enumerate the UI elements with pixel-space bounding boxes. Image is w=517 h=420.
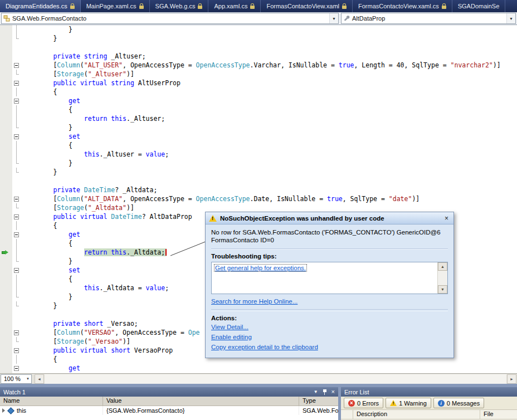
fold-collapse-icon[interactable] — [14, 348, 19, 353]
watch-type: SGA.Web.FormasContacto — [303, 407, 338, 414]
chevron-down-icon[interactable]: ▼ — [506, 13, 515, 23]
code-token: this — [84, 150, 100, 158]
filter-button-message[interactable]: 0 Messages — [433, 398, 484, 408]
horizontal-scrollbar[interactable] — [45, 374, 506, 384]
scroll-right-button[interactable]: ► — [507, 374, 516, 384]
fold-collapse-icon[interactable] — [14, 268, 19, 273]
code-line[interactable]: } — [22, 123, 517, 132]
tab-formascontactoview-xaml-cs[interactable]: FormasContactoView.xaml.cs — [353, 0, 452, 12]
filter-button-error[interactable]: 0 Errors — [344, 398, 383, 408]
code-line[interactable]: [Column("ALT_USER", OpenAccessType = Ope… — [22, 61, 517, 70]
close-icon[interactable]: × — [331, 389, 335, 395]
code-token: _Altuser; — [107, 52, 145, 60]
scroll-up-icon[interactable]: ▲ — [438, 262, 447, 271]
fold-collapse-icon[interactable] — [14, 134, 19, 139]
filter-button-warning[interactable]: 1 Warning — [386, 398, 431, 408]
code-line[interactable]: [Column("ALT_DATA", OpenAccessType = Ope… — [22, 194, 517, 203]
fold-guide — [16, 150, 17, 159]
code-line[interactable]: return this._Altuser; — [22, 114, 517, 123]
code-line[interactable]: get — [22, 96, 517, 105]
scroll-left-button[interactable]: ◄ — [35, 374, 44, 384]
code-line[interactable]: public virtual string AltUserProp — [22, 79, 517, 87]
column-header-description[interactable]: Description — [353, 410, 480, 419]
watch-row[interactable]: this{SGA.Web.FormasContacto}SGA.Web.Form… — [0, 406, 338, 415]
tab-sga-web-g-cs[interactable]: SGA.Web.g.cs — [150, 0, 209, 12]
pin-icon[interactable] — [323, 389, 327, 395]
code-token — [80, 320, 84, 328]
action-link[interactable]: View Detail... — [211, 324, 448, 330]
action-link[interactable]: Enable editing — [211, 334, 448, 340]
code-line[interactable] — [22, 177, 517, 185]
fold-collapse-icon[interactable] — [14, 330, 19, 335]
column-header-file[interactable]: File — [480, 410, 517, 419]
code-line[interactable]: get — [22, 364, 517, 373]
members-dropdown[interactable]: AltDataProp ▼ — [341, 13, 516, 24]
close-icon[interactable]: × — [443, 214, 450, 222]
code-token: Storage — [57, 338, 84, 345]
code-line[interactable]: { — [22, 105, 517, 114]
fold-collapse-icon[interactable] — [14, 366, 19, 371]
code-line[interactable] — [22, 43, 517, 52]
code-text: { — [22, 141, 72, 149]
text-caret — [165, 249, 167, 256]
column-header-name[interactable]: Name — [0, 397, 103, 406]
code-line[interactable]: { — [22, 87, 517, 96]
filter-button-label: 0 Errors — [357, 400, 379, 407]
action-link[interactable]: Copy exception detail to the clipboard — [211, 344, 448, 350]
code-line[interactable]: [Storage("_Altdata")] — [22, 203, 517, 212]
tab-diagramaentidades-cs[interactable]: DiagramaEntidades.cs — [0, 0, 81, 12]
error-list-title-bar[interactable]: Error List — [341, 387, 517, 397]
ide-window: { "tabs": [ {"label": "DiagramaEntidades… — [0, 0, 517, 420]
code-token — [76, 346, 80, 354]
fold-guide — [16, 87, 17, 96]
code-line[interactable]: } — [22, 168, 517, 177]
tab-app-xaml-cs[interactable]: App.xaml.cs — [208, 0, 261, 12]
fold-collapse-icon[interactable] — [14, 214, 19, 219]
tips-scrollbar[interactable]: ▲ ▼ — [437, 262, 447, 294]
search-help-online-link[interactable]: Search for more Help Online... — [211, 298, 297, 305]
exception-message: No row for SGA.Web.FormasContacto ('FORM… — [211, 228, 448, 249]
watch-title-bar[interactable]: Watch 1 ▼ × — [0, 387, 338, 397]
code-line[interactable]: } — [22, 25, 517, 34]
code-line[interactable]: set — [22, 132, 517, 141]
zoom-control[interactable]: 100 % ▼ — [1, 374, 32, 384]
fold-collapse-icon[interactable] — [14, 197, 19, 202]
error-list-title: Error List — [344, 389, 369, 395]
chevron-down-icon[interactable]: ▼ — [329, 13, 338, 23]
code-token: this — [84, 284, 100, 292]
column-header-value[interactable]: Value — [103, 397, 299, 406]
fold-collapse-icon[interactable] — [14, 63, 19, 68]
types-dropdown[interactable]: SGA.Web.FormasContacto ▼ — [1, 13, 339, 24]
code-token — [22, 266, 69, 274]
code-token — [76, 79, 80, 87]
code-token: "ALT_DATA" — [84, 195, 123, 203]
exception-message-line: FormasContacto ID=0 — [211, 236, 448, 244]
code-line[interactable]: } — [22, 159, 517, 168]
code-token: "ALT_USER" — [84, 61, 123, 69]
dialog-title-bar[interactable]: NoSuchObjectException was unhandled by u… — [206, 212, 453, 224]
tab-sgadomainse[interactable]: SGADomainSe — [452, 0, 506, 12]
expander-icon[interactable] — [2, 408, 5, 413]
code-line[interactable]: [Storage("_Altuser")] — [22, 70, 517, 79]
divider — [211, 309, 448, 311]
troubleshooting-tip-link[interactable]: Get general help for exceptions. — [214, 265, 306, 271]
column-header-type[interactable]: Type — [299, 397, 338, 406]
scroll-down-icon[interactable]: ▼ — [438, 285, 447, 294]
code-token: ( — [80, 61, 84, 69]
code-token: this — [111, 248, 126, 256]
fold-collapse-icon[interactable] — [14, 99, 19, 104]
fold-collapse-icon[interactable] — [14, 81, 19, 86]
fold-collapse-icon[interactable] — [14, 232, 19, 237]
window-position-icon[interactable]: ▼ — [314, 389, 318, 395]
indicator-margin[interactable] — [0, 25, 12, 373]
code-line[interactable]: { — [22, 141, 517, 150]
error-icon — [348, 400, 355, 407]
code-token: ( — [80, 329, 84, 336]
code-line[interactable]: private string _Altuser; — [22, 52, 517, 61]
code-line[interactable]: private DateTime? _Altdata; — [22, 185, 517, 194]
tab-label: App.xaml.cs — [214, 3, 247, 9]
tab-formascontactoview-xaml[interactable]: FormasContactoView.xaml — [261, 0, 353, 12]
code-line[interactable]: this._Altuser = value; — [22, 150, 517, 159]
code-line[interactable]: } — [22, 34, 517, 43]
tab-mainpage-xaml-cs[interactable]: MainPage.xaml.cs — [81, 0, 150, 12]
